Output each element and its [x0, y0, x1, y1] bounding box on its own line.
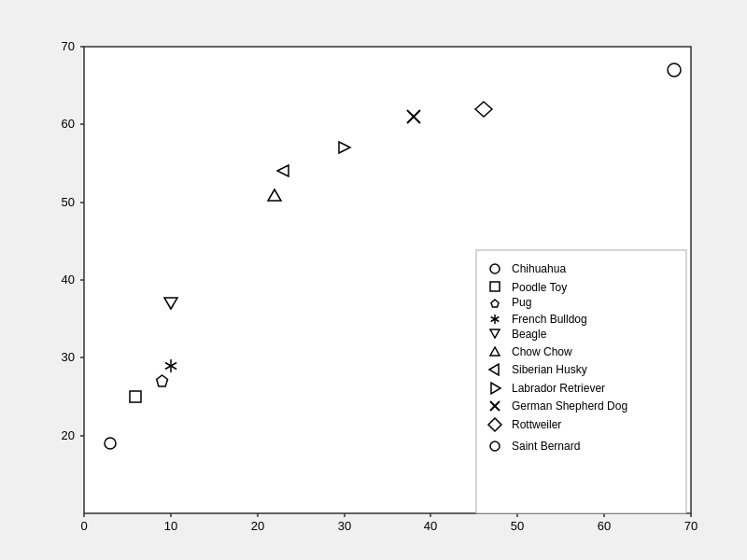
x-tick-0: 0 [80, 519, 87, 533]
legend-label-pug: Pug [512, 296, 531, 309]
x-tick-10: 10 [164, 519, 177, 533]
legend-label-beagle: Beagle [512, 328, 547, 341]
chart-container: 20 30 40 50 60 70 0 10 20 30 40 [19, 19, 728, 541]
y-tick-60: 60 [62, 117, 75, 131]
legend-label-chihuahua: Chihuahua [512, 262, 566, 275]
y-tick-30: 30 [62, 350, 75, 364]
x-tick-30: 30 [338, 519, 351, 533]
legend-label-labrador: Labrador Retriever [512, 382, 605, 395]
x-tick-20: 20 [251, 519, 264, 533]
x-tick-70: 70 [684, 519, 698, 533]
legend-label-poodle-toy: Poodle Toy [512, 281, 567, 294]
legend-label-french-bulldog: French Bulldog [512, 313, 587, 326]
y-tick-70: 70 [62, 39, 75, 53]
legend-label-rottweiler: Rottweiler [512, 418, 561, 431]
scatter-plot: 20 30 40 50 60 70 0 10 20 30 40 [19, 19, 728, 541]
legend-label-saint-bernard: Saint Bernard [512, 440, 580, 453]
y-tick-50: 50 [62, 195, 75, 209]
x-tick-50: 50 [511, 519, 524, 533]
legend-label-siberian-husky: Siberian Husky [512, 363, 587, 376]
legend-label-german-shepherd: German Shepherd Dog [512, 399, 627, 413]
y-tick-20: 20 [62, 428, 75, 442]
x-tick-40: 40 [424, 519, 437, 533]
x-tick-60: 60 [598, 519, 611, 533]
legend-label-chow-chow: Chow Chow [512, 345, 572, 358]
y-tick-40: 40 [62, 273, 75, 287]
